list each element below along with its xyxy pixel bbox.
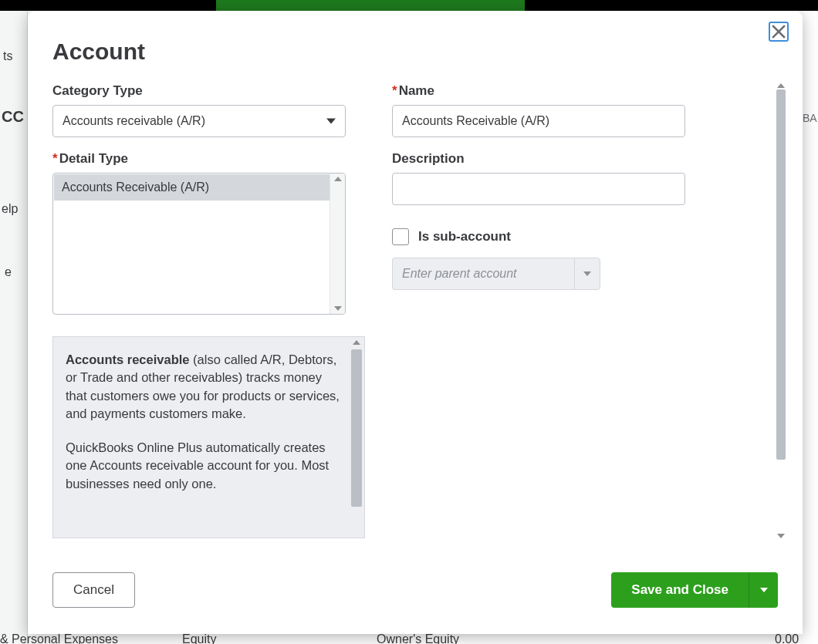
- description-field: Description: [392, 151, 685, 205]
- category-type-field: Category Type Accounts receivable (A/R): [52, 83, 346, 137]
- detail-type-help: Accounts receivable (also called A/R, De…: [52, 336, 365, 538]
- name-label: *Name: [392, 83, 685, 99]
- parent-account-input[interactable]: Enter parent account: [392, 258, 574, 290]
- scroll-up-icon[interactable]: [353, 340, 360, 345]
- scroll-up-icon[interactable]: [334, 177, 342, 181]
- parent-account-dropdown-button[interactable]: [574, 258, 600, 290]
- detail-type-field: *Detail Type Accounts Receivable (A/R): [52, 151, 346, 315]
- name-field: *Name: [392, 83, 685, 137]
- detail-type-label: *Detail Type: [52, 151, 346, 167]
- modal-title: Account: [52, 39, 778, 65]
- parent-account-placeholder: Enter parent account: [402, 267, 517, 281]
- help-text: Accounts receivable (also called A/R, De…: [66, 351, 343, 493]
- scrollbar-track[interactable]: [776, 89, 786, 532]
- category-type-select[interactable]: Accounts receivable (A/R): [52, 105, 346, 137]
- category-type-label: Category Type: [52, 83, 346, 99]
- category-type-value: Accounts receivable (A/R): [63, 114, 205, 128]
- save-button-group: Save and Close: [611, 572, 778, 608]
- modal-header: Account: [28, 11, 803, 83]
- save-dropdown-button[interactable]: [749, 572, 778, 608]
- scroll-up-icon[interactable]: [777, 83, 785, 88]
- background-sidebar: ts CC elp e: [0, 11, 28, 644]
- parent-account-select[interactable]: Enter parent account: [392, 258, 600, 290]
- description-input[interactable]: [392, 173, 685, 205]
- modal-body: Category Type Accounts receivable (A/R) …: [28, 83, 803, 557]
- helpbox-scrollbar[interactable]: [349, 337, 364, 538]
- background-green-highlight: [216, 0, 525, 11]
- modal-footer: Cancel Save and Close: [28, 557, 803, 634]
- description-label: Description: [392, 151, 685, 167]
- chevron-down-icon: [583, 271, 591, 276]
- chevron-down-icon: [326, 119, 336, 124]
- close-button[interactable]: [769, 22, 789, 42]
- left-column: Category Type Accounts receivable (A/R) …: [52, 83, 346, 538]
- modal-body-scrollbar[interactable]: [775, 83, 787, 538]
- scroll-down-icon[interactable]: [777, 534, 785, 538]
- chevron-down-icon: [760, 588, 768, 592]
- save-and-close-button[interactable]: Save and Close: [611, 572, 749, 608]
- detail-type-option[interactable]: Accounts Receivable (A/R): [54, 174, 344, 201]
- right-column: *Name Description Is sub-account Enter p…: [392, 83, 685, 538]
- detail-type-listbox[interactable]: Accounts Receivable (A/R): [52, 173, 346, 315]
- name-input[interactable]: [392, 105, 685, 137]
- scrollbar-thumb[interactable]: [776, 89, 786, 460]
- account-modal: Account Category Type Accounts receivabl…: [28, 11, 803, 634]
- scroll-down-icon[interactable]: [334, 306, 342, 311]
- scrollbar-thumb[interactable]: [351, 349, 362, 507]
- cancel-button[interactable]: Cancel: [52, 572, 135, 608]
- listbox-scrollbar[interactable]: [330, 174, 345, 314]
- subaccount-label: Is sub-account: [418, 229, 511, 244]
- subaccount-row: Is sub-account: [392, 228, 685, 245]
- close-icon: [772, 25, 786, 39]
- subaccount-checkbox[interactable]: [392, 228, 409, 245]
